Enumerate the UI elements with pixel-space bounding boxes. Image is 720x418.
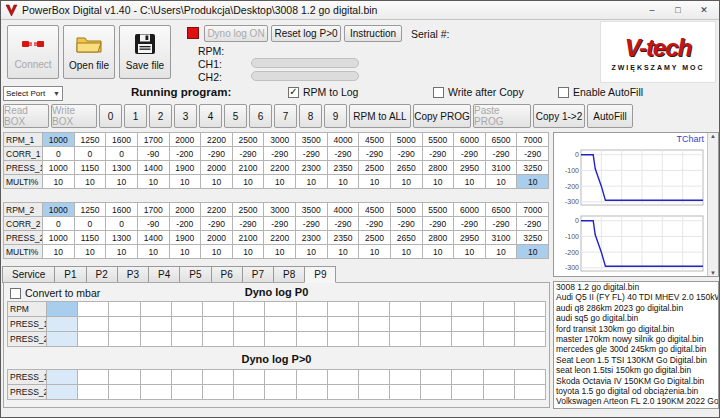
table-cell[interactable]: 10 xyxy=(169,244,202,259)
file-list-item[interactable]: 3008 1.2 go digital.bin xyxy=(554,282,718,292)
table-cell[interactable] xyxy=(327,384,359,400)
table-cell[interactable]: -290 xyxy=(485,146,518,161)
program-0-button[interactable]: 0 xyxy=(99,104,122,128)
table-cell[interactable]: 3250 xyxy=(516,160,549,175)
table-cell[interactable]: 6500 xyxy=(485,132,518,147)
table-cell[interactable]: -290 xyxy=(200,216,233,231)
table-cell[interactable]: 2100 xyxy=(232,160,265,175)
table-cell[interactable] xyxy=(514,369,546,385)
file-list-item[interactable]: toyota 1.5 go digital od obciążenia.bin xyxy=(554,386,718,396)
table-cell[interactable]: -290 xyxy=(232,146,265,161)
table-cell[interactable] xyxy=(389,301,421,317)
table-cell[interactable] xyxy=(202,369,234,385)
table-cell[interactable]: 2500 xyxy=(232,132,265,147)
table-cell[interactable] xyxy=(327,331,359,347)
maximize-button[interactable]: □ xyxy=(665,1,691,19)
table-cell[interactable]: -290 xyxy=(422,216,455,231)
tab-service[interactable]: Service xyxy=(2,266,55,283)
table-cell[interactable]: 10 xyxy=(516,174,549,189)
table-cell[interactable]: 0 xyxy=(42,146,75,161)
table-cell[interactable]: 2300 xyxy=(295,160,328,175)
table-cell[interactable]: 10 xyxy=(327,244,360,259)
table-cell[interactable]: -290 xyxy=(295,146,328,161)
table-cell[interactable] xyxy=(202,301,234,317)
table-cell[interactable] xyxy=(451,384,483,400)
table-cell[interactable]: 3100 xyxy=(485,160,518,175)
table-cell[interactable]: -290 xyxy=(358,146,391,161)
table-cell[interactable]: 7000 xyxy=(516,132,549,147)
table-cell[interactable]: 10 xyxy=(516,244,549,259)
table-cell[interactable]: 1300 xyxy=(105,230,138,245)
program-1-button[interactable]: 1 xyxy=(124,104,147,128)
instruction-button[interactable]: Instruction xyxy=(344,25,402,42)
table-cell[interactable]: -290 xyxy=(295,216,328,231)
reset-log-button[interactable]: Reset log P>0 xyxy=(271,25,341,42)
table-cell[interactable] xyxy=(358,331,390,347)
table-cell[interactable]: 4000 xyxy=(327,202,360,217)
table-cell[interactable]: 2500 xyxy=(358,160,391,175)
table-cell[interactable] xyxy=(296,316,328,332)
table-cell[interactable] xyxy=(514,331,546,347)
table-cell[interactable]: 6000 xyxy=(453,202,486,217)
table-cell[interactable] xyxy=(46,369,78,385)
connect-button[interactable]: Connect xyxy=(7,25,59,79)
scroll-down-icon[interactable]: ▼ xyxy=(710,270,716,276)
table-cell[interactable] xyxy=(420,384,452,400)
table-cell[interactable] xyxy=(46,384,78,400)
table-cell[interactable]: 2350 xyxy=(327,160,360,175)
table-cell[interactable]: 10 xyxy=(327,174,360,189)
tab-p6[interactable]: P6 xyxy=(211,266,243,283)
table-cell[interactable] xyxy=(296,301,328,317)
table-cell[interactable]: 1150 xyxy=(74,230,107,245)
table-cell[interactable]: -290 xyxy=(263,146,296,161)
table-cell[interactable]: 10 xyxy=(263,244,296,259)
table-cell[interactable]: 1000 xyxy=(42,160,75,175)
file-list-item[interactable]: Skoda Octavia IV 150KM Go Digital.bin xyxy=(554,376,718,386)
table-cell[interactable]: 1700 xyxy=(137,202,170,217)
copy-1-to-2-button[interactable]: Copy 1->2 xyxy=(533,104,585,128)
table-cell[interactable] xyxy=(389,384,421,400)
table-cell[interactable] xyxy=(77,369,109,385)
table-cell[interactable]: 1150 xyxy=(74,160,107,175)
table-cell[interactable]: 2200 xyxy=(200,202,233,217)
table-cell[interactable]: 1000 xyxy=(42,230,75,245)
table-cell[interactable]: 3500 xyxy=(295,202,328,217)
table-cell[interactable]: 2500 xyxy=(358,230,391,245)
table-cell[interactable] xyxy=(77,331,109,347)
table-cell[interactable]: 1600 xyxy=(105,202,138,217)
table-cell[interactable]: 0 xyxy=(105,216,138,231)
table-cell[interactable]: 10 xyxy=(42,174,75,189)
table-cell[interactable]: 10 xyxy=(422,244,455,259)
table-cell[interactable]: 10 xyxy=(485,244,518,259)
file-list-item[interactable]: seat leon 1.5tsi 150km go digital.bin xyxy=(554,365,718,375)
table-cell[interactable]: 2000 xyxy=(169,202,202,217)
table-cell[interactable]: -290 xyxy=(485,216,518,231)
table-cell[interactable]: 5000 xyxy=(390,132,423,147)
table-cell[interactable]: 0 xyxy=(74,216,107,231)
table-cell[interactable] xyxy=(451,331,483,347)
table-cell[interactable]: 10 xyxy=(200,174,233,189)
table-cell[interactable] xyxy=(108,369,140,385)
table-cell[interactable] xyxy=(171,331,203,347)
table-cell[interactable]: 10 xyxy=(74,174,107,189)
table-cell[interactable] xyxy=(358,316,390,332)
table-cell[interactable]: 1400 xyxy=(137,160,170,175)
table-cell[interactable] xyxy=(171,301,203,317)
table-cell[interactable]: 10 xyxy=(453,244,486,259)
table-cell[interactable]: 10 xyxy=(42,244,75,259)
save-file-button[interactable]: Save file xyxy=(119,25,171,79)
table-cell[interactable] xyxy=(389,369,421,385)
tab-p4[interactable]: P4 xyxy=(148,266,180,283)
table-cell[interactable]: 1300 xyxy=(105,160,138,175)
write-box-button[interactable]: Write BOX xyxy=(51,104,97,128)
table-cell[interactable]: 10 xyxy=(263,174,296,189)
table-cell[interactable] xyxy=(264,301,296,317)
read-box-button[interactable]: Read BOX xyxy=(3,104,49,128)
file-list-item[interactable]: master 170km nowy silnik go digital.bin xyxy=(554,334,718,344)
table-cell[interactable]: 1900 xyxy=(169,230,202,245)
table-cell[interactable] xyxy=(171,316,203,332)
table-cell[interactable]: 4500 xyxy=(358,202,391,217)
table-cell[interactable]: -200 xyxy=(169,146,202,161)
table-cell[interactable]: 1700 xyxy=(137,132,170,147)
table-cell[interactable] xyxy=(108,301,140,317)
